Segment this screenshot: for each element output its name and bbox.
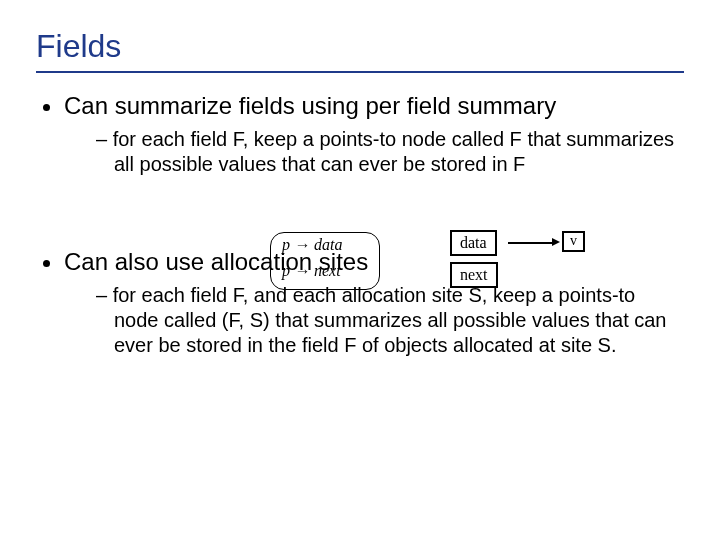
bullet-1: Can summarize fields using per field sum… [64, 91, 684, 177]
slide: Fields Can summarize fields using per fi… [0, 0, 720, 540]
sketch-p-data: p → data [282, 236, 342, 254]
bullet-list: Can summarize fields using per field sum… [36, 91, 684, 177]
sketch-box-v: v [562, 231, 585, 252]
sketch-box-next: next [450, 262, 498, 288]
bullet-1-text: Can summarize fields using per field sum… [64, 92, 556, 119]
sketch-region: p → data p → next data next v [270, 232, 670, 302]
title-rule [36, 71, 684, 73]
sketch-p-next: p → next [282, 262, 341, 280]
sketch-box-data: data [450, 230, 497, 256]
arrow-head-icon [552, 238, 560, 246]
bullet-1-sub-text: for each field F, keep a points-to node … [96, 127, 684, 177]
arrow-line-icon [508, 242, 552, 244]
bullet-1-sub: for each field F, keep a points-to node … [64, 127, 684, 177]
slide-title: Fields [36, 28, 684, 65]
